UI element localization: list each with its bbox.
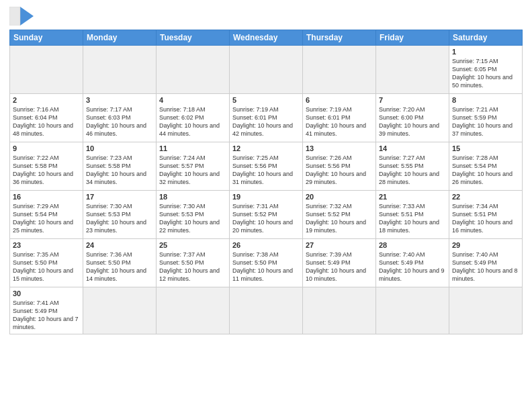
calendar-cell: 4Sunrise: 7:18 AM Sunset: 6:02 PM Daylig… — [157, 94, 230, 142]
calendar-cell — [376, 287, 449, 334]
day-number: 23 — [13, 241, 80, 249]
calendar-cell: 28Sunrise: 7:40 AM Sunset: 5:49 PM Dayli… — [376, 239, 449, 287]
svg-rect-0 — [9, 7, 20, 26]
calendar-cell — [449, 287, 523, 334]
calendar-cell: 17Sunrise: 7:30 AM Sunset: 5:53 PM Dayli… — [83, 191, 157, 239]
day-info: Sunrise: 7:40 AM Sunset: 5:49 PM Dayligh… — [452, 250, 519, 283]
calendar: Sunday Monday Tuesday Wednesday Thursday… — [9, 30, 523, 334]
day-info: Sunrise: 7:36 AM Sunset: 5:50 PM Dayligh… — [86, 250, 153, 283]
calendar-cell: 8Sunrise: 7:21 AM Sunset: 5:59 PM Daylig… — [449, 94, 523, 142]
calendar-cell — [83, 46, 157, 94]
calendar-cell: 7Sunrise: 7:20 AM Sunset: 6:00 PM Daylig… — [376, 94, 449, 142]
calendar-cell: 11Sunrise: 7:24 AM Sunset: 5:57 PM Dayli… — [157, 142, 230, 191]
calendar-cell: 26Sunrise: 7:38 AM Sunset: 5:50 PM Dayli… — [230, 239, 303, 287]
day-number: 6 — [306, 96, 373, 104]
day-number: 29 — [452, 241, 519, 249]
day-number: 28 — [379, 241, 446, 249]
calendar-row-1: 1Sunrise: 7:15 AM Sunset: 6:05 PM Daylig… — [10, 46, 523, 94]
day-info: Sunrise: 7:38 AM Sunset: 5:50 PM Dayligh… — [232, 250, 300, 283]
col-friday: Friday — [376, 30, 449, 46]
day-number: 18 — [159, 193, 226, 201]
day-number: 5 — [232, 96, 300, 104]
calendar-cell: 22Sunrise: 7:34 AM Sunset: 5:51 PM Dayli… — [449, 191, 523, 239]
day-info: Sunrise: 7:27 AM Sunset: 5:55 PM Dayligh… — [379, 154, 446, 187]
day-number: 17 — [86, 193, 153, 201]
day-number: 24 — [86, 241, 153, 249]
day-number: 22 — [452, 193, 519, 201]
day-info: Sunrise: 7:26 AM Sunset: 5:56 PM Dayligh… — [306, 154, 373, 187]
day-number: 30 — [13, 289, 80, 298]
day-number: 26 — [232, 241, 300, 249]
calendar-cell — [303, 46, 376, 94]
col-saturday: Saturday — [449, 30, 523, 46]
col-tuesday: Tuesday — [157, 30, 230, 46]
col-wednesday: Wednesday — [230, 30, 303, 46]
calendar-cell: 15Sunrise: 7:28 AM Sunset: 5:54 PM Dayli… — [449, 142, 523, 191]
day-info: Sunrise: 7:29 AM Sunset: 5:54 PM Dayligh… — [13, 202, 80, 235]
calendar-cell: 6Sunrise: 7:19 AM Sunset: 6:01 PM Daylig… — [303, 94, 376, 142]
weekday-header-row: Sunday Monday Tuesday Wednesday Thursday… — [10, 30, 523, 46]
day-info: Sunrise: 7:34 AM Sunset: 5:51 PM Dayligh… — [452, 202, 519, 235]
col-thursday: Thursday — [303, 30, 376, 46]
day-info: Sunrise: 7:17 AM Sunset: 6:03 PM Dayligh… — [86, 105, 153, 138]
calendar-cell: 3Sunrise: 7:17 AM Sunset: 6:03 PM Daylig… — [83, 94, 157, 142]
calendar-cell: 19Sunrise: 7:31 AM Sunset: 5:52 PM Dayli… — [230, 191, 303, 239]
calendar-cell: 14Sunrise: 7:27 AM Sunset: 5:55 PM Dayli… — [376, 142, 449, 191]
day-info: Sunrise: 7:41 AM Sunset: 5:49 PM Dayligh… — [13, 299, 80, 332]
calendar-cell: 27Sunrise: 7:39 AM Sunset: 5:49 PM Dayli… — [303, 239, 376, 287]
day-number: 12 — [232, 144, 300, 152]
calendar-cell: 18Sunrise: 7:30 AM Sunset: 5:53 PM Dayli… — [157, 191, 230, 239]
day-info: Sunrise: 7:20 AM Sunset: 6:00 PM Dayligh… — [379, 105, 446, 138]
day-number: 7 — [379, 96, 446, 104]
calendar-row-3: 9Sunrise: 7:22 AM Sunset: 5:58 PM Daylig… — [10, 142, 523, 191]
day-info: Sunrise: 7:28 AM Sunset: 5:54 PM Dayligh… — [452, 154, 519, 187]
day-info: Sunrise: 7:25 AM Sunset: 5:56 PM Dayligh… — [232, 154, 300, 187]
day-number: 11 — [159, 144, 226, 152]
day-number: 10 — [86, 144, 153, 152]
day-number: 13 — [306, 144, 373, 152]
calendar-cell: 13Sunrise: 7:26 AM Sunset: 5:56 PM Dayli… — [303, 142, 376, 191]
day-info: Sunrise: 7:21 AM Sunset: 5:59 PM Dayligh… — [452, 105, 519, 138]
day-number: 2 — [13, 96, 80, 104]
calendar-cell: 9Sunrise: 7:22 AM Sunset: 5:58 PM Daylig… — [10, 142, 83, 191]
header — [9, 7, 523, 26]
calendar-cell: 2Sunrise: 7:16 AM Sunset: 6:04 PM Daylig… — [10, 94, 83, 142]
calendar-cell: 1Sunrise: 7:15 AM Sunset: 6:05 PM Daylig… — [449, 46, 523, 94]
day-info: Sunrise: 7:23 AM Sunset: 5:58 PM Dayligh… — [86, 154, 153, 187]
day-info: Sunrise: 7:19 AM Sunset: 6:01 PM Dayligh… — [232, 105, 300, 138]
day-number: 20 — [306, 193, 373, 201]
calendar-cell: 29Sunrise: 7:40 AM Sunset: 5:49 PM Dayli… — [449, 239, 523, 287]
calendar-cell: 25Sunrise: 7:37 AM Sunset: 5:50 PM Dayli… — [157, 239, 230, 287]
day-number: 25 — [159, 241, 226, 249]
day-info: Sunrise: 7:24 AM Sunset: 5:57 PM Dayligh… — [159, 154, 226, 187]
calendar-cell — [303, 287, 376, 334]
calendar-cell — [230, 287, 303, 334]
day-info: Sunrise: 7:15 AM Sunset: 6:05 PM Dayligh… — [452, 57, 519, 90]
calendar-row-5: 23Sunrise: 7:35 AM Sunset: 5:50 PM Dayli… — [10, 239, 523, 287]
calendar-cell: 24Sunrise: 7:36 AM Sunset: 5:50 PM Dayli… — [83, 239, 157, 287]
day-info: Sunrise: 7:31 AM Sunset: 5:52 PM Dayligh… — [232, 202, 300, 235]
calendar-cell: 21Sunrise: 7:33 AM Sunset: 5:51 PM Dayli… — [376, 191, 449, 239]
day-number: 16 — [13, 193, 80, 201]
day-info: Sunrise: 7:30 AM Sunset: 5:53 PM Dayligh… — [159, 202, 226, 235]
day-info: Sunrise: 7:35 AM Sunset: 5:50 PM Dayligh… — [13, 250, 80, 283]
day-number: 14 — [379, 144, 446, 152]
calendar-cell — [10, 46, 83, 94]
day-number: 4 — [159, 96, 226, 104]
calendar-cell: 20Sunrise: 7:32 AM Sunset: 5:52 PM Dayli… — [303, 191, 376, 239]
day-info: Sunrise: 7:30 AM Sunset: 5:53 PM Dayligh… — [86, 202, 153, 235]
day-number: 9 — [13, 144, 80, 152]
day-info: Sunrise: 7:37 AM Sunset: 5:50 PM Dayligh… — [159, 250, 226, 283]
day-number: 27 — [306, 241, 373, 249]
page: Sunday Monday Tuesday Wednesday Thursday… — [0, 0, 532, 411]
calendar-cell: 23Sunrise: 7:35 AM Sunset: 5:50 PM Dayli… — [10, 239, 83, 287]
logo-icon — [9, 7, 34, 26]
day-number: 21 — [379, 193, 446, 201]
day-info: Sunrise: 7:33 AM Sunset: 5:51 PM Dayligh… — [379, 202, 446, 235]
calendar-row-4: 16Sunrise: 7:29 AM Sunset: 5:54 PM Dayli… — [10, 191, 523, 239]
day-number: 8 — [452, 96, 519, 104]
col-monday: Monday — [83, 30, 157, 46]
calendar-cell: 30Sunrise: 7:41 AM Sunset: 5:49 PM Dayli… — [10, 287, 83, 334]
logo — [9, 7, 36, 26]
day-info: Sunrise: 7:16 AM Sunset: 6:04 PM Dayligh… — [13, 105, 80, 138]
